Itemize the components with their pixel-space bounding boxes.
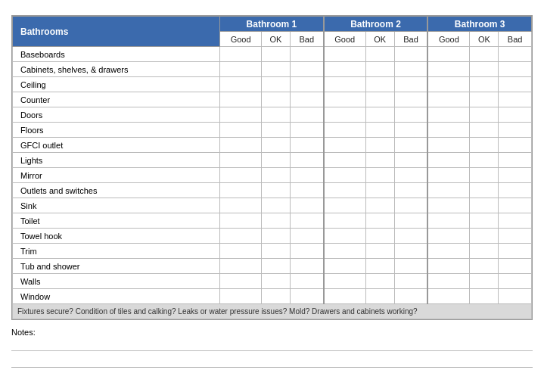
- cell-bath3-bad[interactable]: [499, 62, 532, 77]
- cell-bath1-bad[interactable]: [290, 107, 323, 123]
- cell-bath2-good[interactable]: [324, 168, 365, 183]
- cell-bath3-good[interactable]: [427, 47, 469, 62]
- cell-bath3-good[interactable]: [427, 229, 469, 244]
- cell-bath1-bad[interactable]: [290, 153, 323, 168]
- cell-bath1-bad[interactable]: [290, 77, 323, 92]
- cell-bath2-ok[interactable]: [365, 213, 394, 229]
- cell-bath2-ok[interactable]: [365, 62, 394, 77]
- cell-bath2-bad[interactable]: [394, 138, 427, 153]
- cell-bath1-ok[interactable]: [261, 123, 290, 138]
- cell-bath2-good[interactable]: [324, 289, 365, 304]
- cell-bath3-ok[interactable]: [470, 92, 499, 107]
- cell-bath1-good[interactable]: [220, 138, 262, 153]
- cell-bath3-bad[interactable]: [499, 123, 532, 138]
- cell-bath1-ok[interactable]: [261, 107, 290, 123]
- cell-bath2-good[interactable]: [324, 92, 365, 107]
- cell-bath2-bad[interactable]: [394, 62, 427, 77]
- cell-bath1-ok[interactable]: [261, 274, 290, 289]
- cell-bath2-bad[interactable]: [394, 77, 427, 92]
- cell-bath2-ok[interactable]: [365, 259, 394, 274]
- cell-bath3-bad[interactable]: [499, 289, 532, 304]
- cell-bath2-ok[interactable]: [365, 168, 394, 183]
- cell-bath1-bad[interactable]: [290, 168, 323, 183]
- cell-bath1-good[interactable]: [220, 244, 262, 259]
- cell-bath1-ok[interactable]: [261, 213, 290, 229]
- cell-bath3-bad[interactable]: [499, 183, 532, 198]
- cell-bath3-ok[interactable]: [470, 168, 499, 183]
- cell-bath2-good[interactable]: [324, 107, 365, 123]
- cell-bath1-good[interactable]: [220, 92, 262, 107]
- cell-bath3-ok[interactable]: [470, 123, 499, 138]
- cell-bath1-good[interactable]: [220, 213, 262, 229]
- cell-bath3-ok[interactable]: [470, 289, 499, 304]
- cell-bath2-ok[interactable]: [365, 47, 394, 62]
- cell-bath2-good[interactable]: [324, 123, 365, 138]
- cell-bath3-ok[interactable]: [470, 229, 499, 244]
- cell-bath3-good[interactable]: [427, 244, 469, 259]
- cell-bath2-bad[interactable]: [394, 289, 427, 304]
- cell-bath3-bad[interactable]: [499, 47, 532, 62]
- cell-bath1-ok[interactable]: [261, 198, 290, 213]
- cell-bath3-ok[interactable]: [470, 183, 499, 198]
- cell-bath1-good[interactable]: [220, 168, 262, 183]
- cell-bath1-bad[interactable]: [290, 62, 323, 77]
- cell-bath1-bad[interactable]: [290, 229, 323, 244]
- cell-bath3-good[interactable]: [427, 123, 469, 138]
- cell-bath3-bad[interactable]: [499, 229, 532, 244]
- cell-bath2-bad[interactable]: [394, 168, 427, 183]
- cell-bath1-ok[interactable]: [261, 62, 290, 77]
- cell-bath1-ok[interactable]: [261, 47, 290, 62]
- cell-bath3-good[interactable]: [427, 107, 469, 123]
- cell-bath1-good[interactable]: [220, 289, 262, 304]
- cell-bath3-ok[interactable]: [470, 244, 499, 259]
- cell-bath3-ok[interactable]: [470, 198, 499, 213]
- cell-bath3-bad[interactable]: [499, 168, 532, 183]
- cell-bath3-good[interactable]: [427, 62, 469, 77]
- cell-bath1-good[interactable]: [220, 153, 262, 168]
- cell-bath3-good[interactable]: [427, 183, 469, 198]
- cell-bath3-ok[interactable]: [470, 259, 499, 274]
- cell-bath1-good[interactable]: [220, 274, 262, 289]
- cell-bath2-bad[interactable]: [394, 47, 427, 62]
- cell-bath1-ok[interactable]: [261, 153, 290, 168]
- cell-bath2-bad[interactable]: [394, 92, 427, 107]
- cell-bath1-good[interactable]: [220, 198, 262, 213]
- cell-bath3-good[interactable]: [427, 289, 469, 304]
- cell-bath2-bad[interactable]: [394, 244, 427, 259]
- cell-bath1-good[interactable]: [220, 229, 262, 244]
- cell-bath1-ok[interactable]: [261, 183, 290, 198]
- cell-bath2-good[interactable]: [324, 274, 365, 289]
- cell-bath2-good[interactable]: [324, 213, 365, 229]
- cell-bath3-good[interactable]: [427, 198, 469, 213]
- cell-bath1-ok[interactable]: [261, 289, 290, 304]
- cell-bath3-bad[interactable]: [499, 213, 532, 229]
- cell-bath3-bad[interactable]: [499, 107, 532, 123]
- cell-bath1-bad[interactable]: [290, 259, 323, 274]
- cell-bath1-ok[interactable]: [261, 138, 290, 153]
- cell-bath2-good[interactable]: [324, 62, 365, 77]
- cell-bath2-good[interactable]: [324, 229, 365, 244]
- cell-bath1-ok[interactable]: [261, 168, 290, 183]
- cell-bath2-bad[interactable]: [394, 153, 427, 168]
- cell-bath2-good[interactable]: [324, 77, 365, 92]
- cell-bath3-good[interactable]: [427, 138, 469, 153]
- cell-bath3-good[interactable]: [427, 168, 469, 183]
- cell-bath1-good[interactable]: [220, 123, 262, 138]
- cell-bath2-good[interactable]: [324, 259, 365, 274]
- cell-bath2-bad[interactable]: [394, 213, 427, 229]
- cell-bath3-good[interactable]: [427, 259, 469, 274]
- cell-bath1-ok[interactable]: [261, 244, 290, 259]
- cell-bath3-bad[interactable]: [499, 92, 532, 107]
- cell-bath2-ok[interactable]: [365, 244, 394, 259]
- cell-bath1-ok[interactable]: [261, 229, 290, 244]
- cell-bath3-bad[interactable]: [499, 244, 532, 259]
- cell-bath3-ok[interactable]: [470, 107, 499, 123]
- cell-bath3-bad[interactable]: [499, 274, 532, 289]
- cell-bath2-good[interactable]: [324, 244, 365, 259]
- cell-bath1-bad[interactable]: [290, 123, 323, 138]
- cell-bath2-good[interactable]: [324, 198, 365, 213]
- cell-bath3-ok[interactable]: [470, 47, 499, 62]
- cell-bath1-bad[interactable]: [290, 289, 323, 304]
- cell-bath2-bad[interactable]: [394, 183, 427, 198]
- cell-bath2-bad[interactable]: [394, 123, 427, 138]
